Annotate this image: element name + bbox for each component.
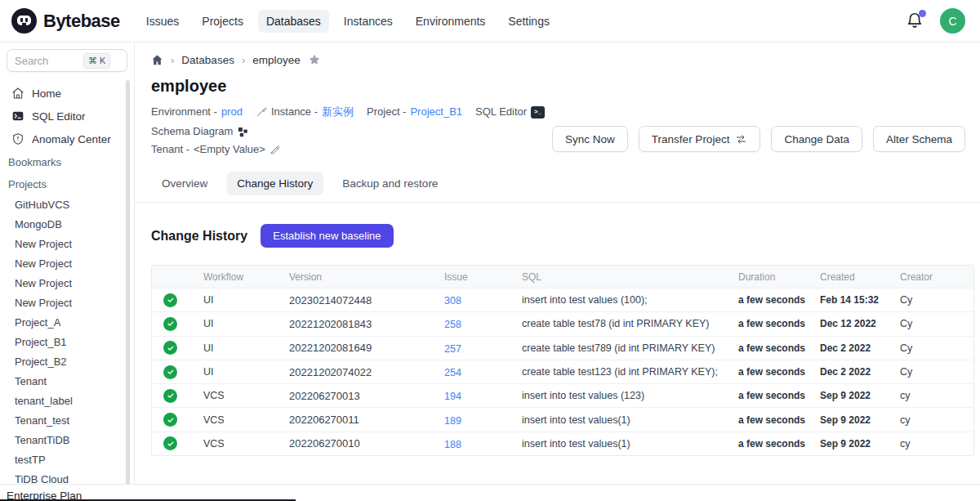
shield-icon [11, 132, 24, 145]
sidebar-project-item[interactable]: Tenant [0, 371, 134, 391]
nav-item[interactable]: Projects [194, 10, 252, 33]
success-check-icon [163, 293, 177, 307]
sidebar-section-bookmarks: Bookmarks [0, 150, 134, 172]
sidebar-project-item[interactable]: New Project [0, 293, 134, 312]
table-row[interactable]: VCS 202206270011 189 insert into test va… [152, 407, 973, 431]
sidebar-project-item[interactable]: TenantTiDB [0, 430, 134, 450]
main-content: › Databases › employee employee Environm… [135, 42, 980, 501]
change-data-button[interactable]: Change Data [771, 126, 862, 152]
duration-cell: a few seconds [732, 318, 813, 329]
search-input[interactable] [15, 55, 83, 67]
col-workflow: Workflow [197, 271, 283, 283]
sql-editor-icon: >_ [531, 106, 545, 119]
nav-item[interactable]: Instances [336, 10, 401, 33]
sql-cell: insert into test values (123) [515, 390, 732, 401]
col-issue: Issue [438, 271, 515, 283]
sidebar-project-item[interactable]: MongoDB [0, 214, 134, 234]
transfer-project-button[interactable]: Transfer Project [639, 126, 761, 152]
establish-baseline-button[interactable]: Establish new baseline [261, 224, 393, 248]
sidebar-item-anomaly-center[interactable]: Anomaly Center [0, 127, 134, 150]
breadcrumb-home-icon[interactable] [151, 54, 163, 66]
sidebar-item-home[interactable]: Home [0, 82, 134, 105]
success-check-icon [163, 317, 177, 331]
alter-schema-button[interactable]: Alter Schema [873, 126, 965, 152]
instance-icon [256, 106, 267, 118]
environment-link[interactable]: prod [221, 103, 243, 121]
table-row[interactable]: VCS 202206270013 194 insert into test va… [152, 383, 973, 407]
tab[interactable]: Change History [226, 172, 323, 195]
breadcrumb-employee[interactable]: employee [252, 54, 301, 66]
workflow-cell: UI [197, 366, 283, 378]
page-title: employee [151, 77, 964, 96]
issue-link[interactable]: 189 [444, 415, 461, 427]
created-cell: Dec 12 2022 [813, 318, 893, 329]
table-row[interactable]: VCS 202206270010 188 insert into test va… [152, 432, 973, 455]
sidebar-project-item[interactable]: Tenant_test [0, 410, 134, 430]
nav-item[interactable]: Environments [408, 10, 494, 33]
created-cell: Dec 2 2022 [813, 366, 893, 378]
duration-cell: a few seconds [732, 294, 813, 306]
sidebar-project-item[interactable]: New Project [0, 273, 134, 293]
instance-link[interactable]: 新实例 [322, 103, 354, 121]
table-row[interactable]: UI 20230214072448 308 insert into test v… [152, 288, 973, 311]
sidebar-project-item[interactable]: Project_A [0, 312, 134, 332]
nav-item[interactable]: Databases [258, 10, 329, 33]
sidebar-project-item[interactable]: Project_B2 [0, 351, 134, 371]
breadcrumb-databases[interactable]: Databases [181, 54, 234, 66]
tab[interactable]: Backup and restore [332, 172, 448, 195]
table-row[interactable]: UI 20221202081843 258 create table test7… [152, 311, 973, 335]
schema-diagram-shortcut[interactable]: Schema Diagram [151, 123, 249, 141]
bookmark-star-icon[interactable] [308, 53, 321, 66]
sidebar-project-item[interactable]: New Project [0, 253, 134, 273]
sidebar-project-item[interactable]: Project_B1 [0, 332, 134, 351]
workflow-cell: VCS [197, 438, 283, 450]
sidebar-item-sql-editor[interactable]: SQL Editor [0, 105, 134, 127]
brand-logo[interactable]: Bytebase [11, 8, 120, 34]
col-sql: SQL [515, 271, 732, 283]
project-link[interactable]: Project_B1 [410, 103, 462, 121]
creator-cell: Cy [893, 342, 973, 354]
sidebar-project-item[interactable]: New Project [0, 234, 134, 253]
issue-link[interactable]: 188 [444, 439, 461, 450]
sidebar-scrollbar[interactable] [126, 80, 130, 489]
nav-right: C [906, 8, 965, 34]
search-box[interactable]: ⌘ K [7, 49, 127, 72]
version-cell: 20221202081649 [283, 342, 438, 354]
sidebar-project-item[interactable]: GitHubVCS [0, 195, 134, 214]
sidebar-project-item[interactable]: testTP [0, 450, 134, 469]
table-header: Workflow Version Issue SQL Duration Crea… [152, 266, 973, 288]
notification-bell-icon[interactable] [906, 11, 925, 31]
issue-link[interactable]: 258 [444, 319, 461, 330]
issue-link[interactable]: 308 [444, 295, 461, 306]
issue-link[interactable]: 194 [444, 391, 461, 402]
notification-dot [919, 10, 926, 17]
workflow-cell: UI [197, 342, 283, 354]
sql-cell: insert into test values(1) [515, 414, 732, 426]
sql-cell: insert into test values(1) [515, 438, 732, 450]
sql-editor-shortcut[interactable]: SQL Editor >_ [475, 103, 545, 121]
version-cell: 20221202081843 [283, 318, 438, 330]
table-row[interactable]: UI 20221202074022 254 create table test1… [152, 360, 973, 383]
sql-cell: create table test78 (id int PRIMARY KEY) [515, 318, 732, 329]
col-created: Created [813, 271, 893, 283]
nav-item[interactable]: Settings [500, 10, 558, 33]
sync-now-button[interactable]: Sync Now [552, 126, 628, 152]
issue-link[interactable]: 257 [444, 343, 461, 355]
success-check-icon [163, 389, 177, 403]
col-creator: Creator [893, 271, 973, 283]
sql-cell: insert into test values (100); [515, 294, 732, 306]
col-version: Version [283, 271, 438, 283]
duration-cell: a few seconds [732, 414, 813, 426]
edit-pencil-icon[interactable] [270, 144, 281, 155]
tenant-value: <Empty Value> [194, 141, 265, 159]
issue-link[interactable]: 254 [444, 367, 461, 378]
tab[interactable]: Overview [151, 172, 218, 195]
schema-diagram-icon [237, 126, 249, 138]
user-avatar[interactable]: C [940, 8, 965, 34]
duration-cell: a few seconds [732, 438, 813, 450]
sidebar-project-item[interactable]: tenant_label [0, 391, 134, 410]
table-row[interactable]: UI 20221202081649 257 create table test7… [152, 336, 973, 360]
sql-cell: create table test123 (id int PRIMARY KEY… [515, 366, 732, 378]
nav-item[interactable]: Issues [138, 10, 187, 33]
enterprise-plan-label[interactable]: Enterprise Plan [0, 485, 980, 501]
